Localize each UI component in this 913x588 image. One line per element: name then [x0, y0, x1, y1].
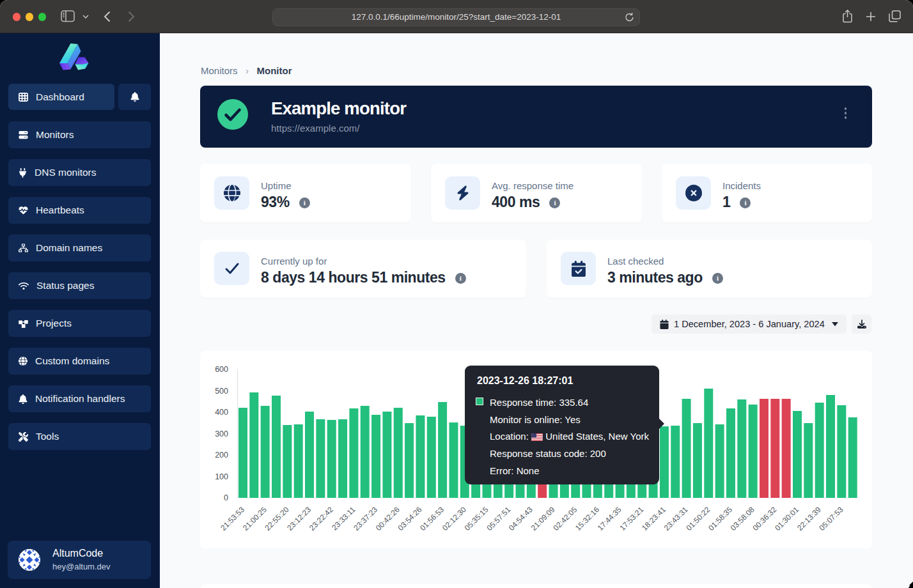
svg-text:04:54:43: 04:54:43 [507, 505, 535, 532]
svg-text:23:22:42: 23:22:42 [308, 505, 335, 532]
svg-text:01:30:01: 01:30:01 [773, 505, 800, 532]
svg-text:02:12:30: 02:12:30 [441, 505, 468, 532]
svg-text:100: 100 [215, 472, 228, 481]
svg-text:18:23:41: 18:23:41 [640, 505, 667, 532]
svg-text:17:53:21: 17:53:21 [618, 505, 645, 532]
svg-text:300: 300 [215, 429, 228, 438]
svg-text:21:53:53: 21:53:53 [219, 505, 246, 532]
svg-text:23:12:23: 23:12:23 [285, 505, 313, 532]
svg-text:0: 0 [224, 493, 228, 502]
svg-text:05:07:53: 05:07:53 [818, 505, 845, 532]
svg-text:01:56:53: 01:56:53 [418, 505, 446, 532]
svg-text:22:13:39: 22:13:39 [795, 505, 823, 532]
svg-text:400: 400 [215, 408, 228, 417]
svg-text:03:54:26: 03:54:26 [396, 505, 424, 532]
svg-text:200: 200 [215, 451, 228, 460]
svg-text:03:58:08: 03:58:08 [729, 505, 756, 532]
svg-text:500: 500 [215, 387, 228, 396]
svg-text:21:00:25: 21:00:25 [241, 505, 269, 532]
svg-text:00:36:32: 00:36:32 [751, 505, 778, 532]
svg-text:05:35:15: 05:35:15 [463, 505, 490, 532]
svg-text:23:43:31: 23:43:31 [662, 505, 690, 532]
svg-text:600: 600 [215, 365, 228, 374]
svg-text:23:37:23: 23:37:23 [352, 505, 379, 532]
svg-text:02:42:05: 02:42:05 [551, 505, 579, 532]
svg-text:01:50:22: 01:50:22 [684, 505, 712, 532]
svg-text:15:32:16: 15:32:16 [574, 505, 601, 532]
svg-text:21:09:09: 21:09:09 [529, 505, 557, 532]
